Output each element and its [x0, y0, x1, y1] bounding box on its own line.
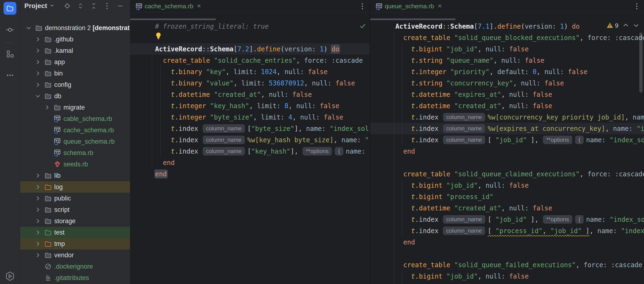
tree-item-db[interactable]: db [20, 90, 130, 102]
horizontal-scrollbar-thumb[interactable] [370, 18, 456, 20]
code-token: null: [486, 272, 505, 280]
inspections-widget[interactable]: 9 [606, 22, 639, 29]
expand-all-icon[interactable] [77, 2, 84, 10]
tree-item-queue-schema.rb[interactable]: queue_schema.rb [20, 136, 130, 147]
structure-icon[interactable] [5, 49, 15, 59]
horizontal-scrollbar-thumb[interactable] [130, 18, 216, 20]
code-token: "solid_cache_entries" [214, 56, 296, 64]
tree-item-.dockerignore[interactable]: .dockerignore [20, 261, 130, 272]
vertical-scrollbar-thumb[interactable] [639, 32, 642, 92]
code-token: , [580, 170, 588, 178]
tree-item-test[interactable]: test [20, 227, 130, 238]
tree-item-bin[interactable]: bin [20, 68, 130, 79]
tree-item-demonstration-2[interactable]: demonstration 2 [demonstration2] [20, 22, 130, 34]
tree-item-app[interactable]: app [20, 56, 130, 68]
code-token [202, 68, 206, 76]
tree-item-log[interactable]: log [20, 181, 130, 193]
services-icon[interactable] [4, 271, 16, 282]
tree-item-storage[interactable]: storage [20, 215, 130, 227]
commit-icon[interactable] [5, 24, 15, 35]
folder-icon [44, 35, 52, 44]
tree-item-cache-schema.rb[interactable]: cache_schema.rb [20, 124, 130, 136]
tree-item-schema.rb[interactable]: schema.rb [20, 147, 130, 158]
folder-icon [44, 80, 52, 89]
code-token [210, 91, 214, 98]
code-token: false [336, 79, 355, 87]
inspections-ok-icon[interactable] [360, 23, 366, 30]
tab-queue-schema[interactable]: queue_schema.rb ✕ [374, 0, 443, 12]
chevron-right-icon[interactable] [35, 170, 44, 181]
chevron-right-icon[interactable] [35, 204, 44, 215]
chevron-down-icon[interactable] [35, 90, 44, 102]
chevron-down-icon[interactable] [50, 3, 55, 9]
tab-options-kebab-icon[interactable] [359, 3, 366, 9]
code-token: , [304, 79, 312, 87]
project-folder-icon[interactable] [4, 2, 16, 15]
code-token [606, 136, 610, 144]
tab-cache-schema[interactable]: cache_schema.rb ✕ [134, 0, 202, 12]
chevron-right-icon[interactable] [35, 68, 44, 79]
hide-panel-icon[interactable] [117, 2, 124, 10]
chevron-right-icon[interactable] [35, 227, 44, 238]
code-token [450, 34, 454, 42]
close-icon[interactable]: ✕ [438, 4, 442, 9]
code-token: false [308, 68, 328, 76]
code-token: end [403, 148, 415, 155]
editor-queue-schema[interactable]: 9 ActiveRecord::Schema[7.1].define(versi… [370, 12, 644, 284]
code-line [370, 157, 644, 168]
tree-item-.kamal[interactable]: .kamal [20, 45, 130, 56]
tree-item-script[interactable]: script [20, 204, 130, 215]
chevron-down-icon[interactable] [26, 22, 34, 34]
code-token [450, 261, 454, 268]
code-token: %w[concurrency_key priority job_id] [488, 113, 624, 121]
activity-bar [0, 0, 20, 284]
tree-item-config[interactable]: config [20, 79, 130, 90]
chevron-right-icon[interactable] [44, 102, 53, 113]
locate-file-icon[interactable] [64, 2, 71, 10]
code-token [396, 45, 411, 53]
tree-item-.gitattributes[interactable]: .gitattributes [20, 272, 130, 284]
code-token: false [533, 91, 552, 98]
collapse-all-icon[interactable] [90, 2, 97, 10]
tree-item-tmp[interactable]: tmp [20, 238, 130, 250]
code-token [442, 45, 446, 53]
editor-cache-schema[interactable]: # frozen_string_literal: trueActiveRecor… [130, 12, 370, 284]
tree-item-public[interactable]: public [20, 193, 130, 204]
project-panel-title[interactable]: Project [24, 2, 47, 10]
close-icon[interactable]: ✕ [197, 4, 201, 9]
code-token: name: [342, 136, 361, 144]
code-token: datetime [419, 91, 450, 98]
options-kebab-icon[interactable] [104, 2, 110, 10]
tree-item-.github[interactable]: .github [20, 34, 130, 45]
prev-warning-chevron-up-icon[interactable] [623, 23, 629, 29]
code-token: t [411, 68, 415, 76]
tree-item-migrate[interactable]: migrate [20, 102, 130, 113]
chevron-right-icon[interactable] [35, 193, 44, 204]
chevron-right-icon[interactable] [35, 215, 44, 227]
project-tree[interactable]: demonstration 2 [demonstration2].github.… [20, 12, 130, 284]
chevron-right-icon[interactable] [35, 250, 44, 261]
code-token: "created_at" [454, 102, 501, 110]
tree-item-label: .kamal [54, 47, 73, 54]
tree-item-cable-schema.rb[interactable]: cable_schema.rb [20, 113, 130, 124]
tab-options-kebab-icon[interactable] [633, 3, 640, 9]
next-warning-chevron-down-icon[interactable] [633, 23, 639, 29]
chevron-right-icon[interactable] [35, 34, 44, 45]
code-token [529, 102, 533, 110]
code-line: t.index column_name[ "job_id" ], **optio… [370, 214, 644, 225]
code-token: "solid_queue_blocked_executions" [454, 34, 580, 42]
chevron-right-icon[interactable] [35, 79, 44, 90]
chevron-right-icon[interactable] [35, 56, 44, 68]
code-token [611, 170, 615, 178]
tree-item-seeds.rb[interactable]: seeds.rb [20, 158, 130, 170]
ignored-icon [44, 262, 52, 271]
code-token [438, 113, 442, 121]
chevron-right-icon[interactable] [35, 45, 44, 56]
tree-item-vendor[interactable]: vendor [20, 250, 130, 261]
tree-item-lib[interactable]: lib [20, 170, 130, 181]
chevron-right-icon[interactable] [35, 238, 44, 250]
tree-item-label: lib [54, 172, 60, 180]
chevron-right-icon[interactable] [35, 181, 44, 193]
code-token: "index_solid_queue_blocked_executions_on… [610, 136, 644, 144]
more-tool-windows-icon[interactable] [5, 70, 15, 80]
